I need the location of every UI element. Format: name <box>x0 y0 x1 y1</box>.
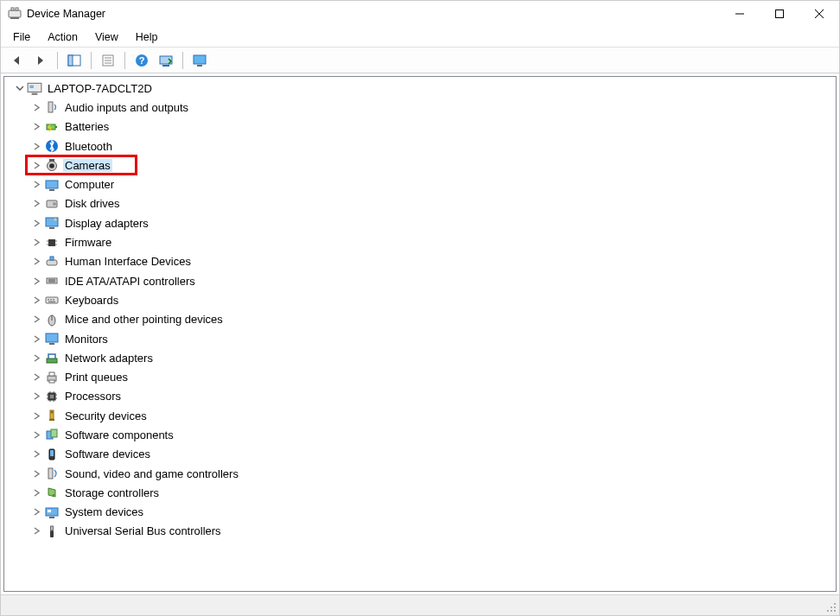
device-tree-pane[interactable]: LAPTOP-7ADCLT2D Audio inputs and outputs… <box>3 76 837 592</box>
maximize-button[interactable] <box>760 1 799 27</box>
menu-file[interactable]: File <box>4 29 39 45</box>
tree-category-node[interactable]: Audio inputs and outputs <box>30 98 836 117</box>
tree-category-node[interactable]: Human Interface Devices <box>30 252 836 271</box>
tree-category-node[interactable]: Bluetooth <box>30 137 836 156</box>
hid-icon <box>44 254 60 270</box>
tree-root-node[interactable]: LAPTOP-7ADCLT2D <box>13 79 836 98</box>
tree-category-node[interactable]: System devices <box>30 503 836 522</box>
svg-rect-21 <box>32 93 38 95</box>
svg-point-27 <box>827 610 829 612</box>
bluetooth-icon <box>44 138 60 154</box>
expand-icon[interactable] <box>30 101 42 113</box>
menu-help[interactable]: Help <box>127 29 167 45</box>
network-icon <box>44 350 60 365</box>
speaker-icon <box>44 99 60 115</box>
toolbar-scan-button[interactable] <box>156 50 176 71</box>
tree-category-node[interactable]: Processors <box>30 387 836 406</box>
svg-rect-9 <box>68 55 73 66</box>
security-icon <box>44 408 60 423</box>
expand-icon[interactable] <box>30 237 42 249</box>
resize-grip-icon[interactable] <box>826 602 837 613</box>
category-label: Software components <box>63 429 175 441</box>
toolbar-back-button[interactable] <box>6 50 27 71</box>
tree-category-node[interactable]: Display adapters <box>30 213 836 232</box>
expand-icon[interactable] <box>30 352 42 364</box>
category-label: Storage controllers <box>63 486 161 499</box>
tree-category-node[interactable]: Mice and other pointing devices <box>30 310 836 329</box>
svg-text:?: ? <box>139 55 145 66</box>
expand-icon[interactable] <box>30 314 42 326</box>
expand-icon[interactable] <box>30 372 42 384</box>
svg-rect-3 <box>10 17 19 19</box>
expand-icon[interactable] <box>30 294 42 306</box>
tree-category-node[interactable]: Disk drives <box>30 194 836 213</box>
expand-icon[interactable] <box>30 506 42 518</box>
expand-icon[interactable] <box>30 217 42 229</box>
category-label: Disk drives <box>63 197 122 210</box>
toolbar-properties-button[interactable] <box>98 50 118 71</box>
toolbar-console-tree-button[interactable] <box>64 50 85 71</box>
expand-icon[interactable] <box>30 410 42 422</box>
minimize-button[interactable] <box>720 1 760 27</box>
camera-icon <box>44 157 60 173</box>
menu-bar: File Action View Help <box>1 27 839 48</box>
expand-icon[interactable] <box>30 198 42 210</box>
tree-category-node[interactable]: Firmware <box>30 232 836 251</box>
category-label: Network adapters <box>63 352 155 365</box>
tree-category-node[interactable]: Computer <box>30 175 836 194</box>
expand-icon[interactable] <box>30 275 42 287</box>
tree-category-node[interactable]: Network adapters <box>30 348 836 367</box>
category-label: Audio inputs and outputs <box>63 101 190 114</box>
expand-icon[interactable] <box>30 525 42 537</box>
svg-rect-17 <box>194 55 206 64</box>
expand-icon[interactable] <box>30 121 42 133</box>
category-label: Monitors <box>63 333 110 346</box>
tree-category-node[interactable]: Storage controllers <box>30 483 836 502</box>
tree-category-node[interactable]: Cameras <box>30 156 836 175</box>
tree-category-node[interactable]: IDE ATA/ATAPI controllers <box>30 271 836 290</box>
svg-point-23 <box>834 606 836 608</box>
category-label: Print queues <box>63 371 130 384</box>
expand-icon[interactable] <box>30 486 42 499</box>
category-label: Computer <box>63 178 116 191</box>
toolbar-forward-button[interactable] <box>30 50 51 71</box>
svg-point-22 <box>834 603 836 605</box>
expand-icon[interactable] <box>30 467 42 479</box>
display-icon <box>44 215 60 231</box>
category-label: Human Interface Devices <box>63 255 193 268</box>
tree-category-node[interactable]: Monitors <box>30 329 836 348</box>
expand-icon[interactable] <box>30 159 42 171</box>
tree-category-node[interactable]: Software devices <box>30 445 836 464</box>
expand-icon[interactable] <box>30 179 42 191</box>
tree-category-node[interactable]: Software components <box>30 425 836 444</box>
category-label: IDE ATA/ATAPI controllers <box>63 275 197 288</box>
menu-view[interactable]: View <box>86 29 127 45</box>
tree-category-node[interactable]: Universal Serial Bus controllers <box>30 522 836 541</box>
firmware-icon <box>44 235 60 251</box>
menu-action[interactable]: Action <box>39 29 86 45</box>
expand-icon[interactable] <box>30 391 42 403</box>
toolbar-help-button[interactable]: ? <box>131 50 152 71</box>
tree-category-node[interactable]: Sound, video and game controllers <box>30 464 836 483</box>
svg-rect-20 <box>29 86 34 88</box>
svg-point-24 <box>830 606 832 608</box>
expand-icon[interactable] <box>30 448 42 460</box>
category-label: Cameras <box>63 159 112 172</box>
printer-icon <box>44 370 60 385</box>
toolbar-separator <box>124 52 125 69</box>
tree-category-node[interactable]: Batteries <box>30 117 836 137</box>
svg-point-25 <box>834 610 836 612</box>
tree-category-node[interactable]: Print queues <box>30 367 836 386</box>
close-button[interactable] <box>799 1 839 27</box>
expand-icon[interactable] <box>30 333 42 345</box>
expand-icon[interactable] <box>30 256 42 268</box>
status-bar <box>1 594 839 615</box>
expand-icon[interactable] <box>30 140 42 152</box>
tree-category-node[interactable]: Security devices <box>30 406 836 425</box>
collapse-icon[interactable] <box>13 82 25 94</box>
tree-category-node[interactable]: Keyboards <box>30 290 836 309</box>
svg-rect-1 <box>11 8 14 10</box>
expand-icon[interactable] <box>30 429 42 441</box>
sound-icon <box>44 466 60 481</box>
toolbar-monitor-button[interactable] <box>189 50 210 71</box>
